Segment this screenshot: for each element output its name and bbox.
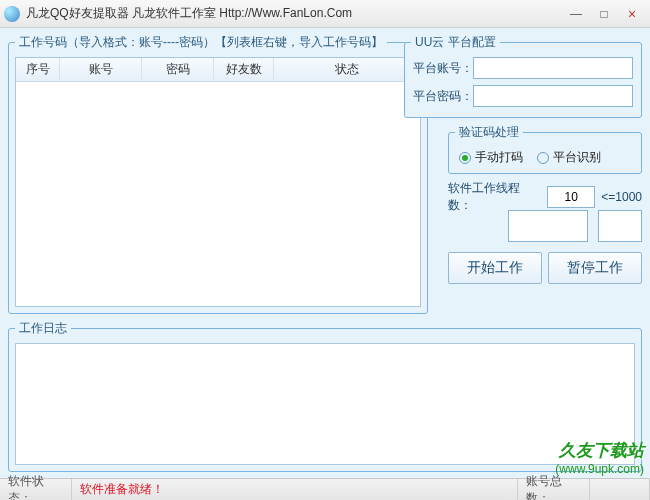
radio-dot-icon bbox=[537, 152, 549, 164]
status-value: 软件准备就绪！ bbox=[72, 479, 518, 500]
captcha-group: 验证码处理 手动打码 平台识别 bbox=[448, 124, 642, 174]
platform-account-label: 平台账号： bbox=[413, 60, 473, 77]
log-textarea[interactable] bbox=[15, 343, 635, 465]
radio-dot-icon bbox=[459, 152, 471, 164]
captcha-image-box bbox=[508, 210, 588, 242]
client-area: 工作号码（导入格式：账号----密码）【列表框右键，导入工作号码】 序号 账号 … bbox=[0, 28, 650, 478]
thread-row: 软件工作线程数： <=1000 bbox=[448, 180, 642, 214]
platform-password-label: 平台密码： bbox=[413, 88, 473, 105]
thread-label: 软件工作线程数： bbox=[448, 180, 541, 214]
total-value bbox=[590, 479, 650, 500]
window-buttons: — □ × bbox=[562, 4, 646, 24]
log-group: 工作日志 bbox=[8, 320, 642, 472]
log-group-title: 工作日志 bbox=[15, 320, 71, 337]
total-label: 账号总数： bbox=[518, 479, 590, 500]
platform-password-input[interactable] bbox=[473, 85, 633, 107]
radio-manual-label: 手动打码 bbox=[475, 149, 523, 166]
accounts-table[interactable]: 序号 账号 密码 好友数 状态 bbox=[15, 57, 421, 307]
minimize-button[interactable]: — bbox=[562, 4, 590, 24]
close-button[interactable]: × bbox=[618, 4, 646, 24]
col-password: 密码 bbox=[142, 58, 214, 81]
radio-manual[interactable]: 手动打码 bbox=[459, 149, 523, 166]
window-title: 凡龙QQ好友提取器 凡龙软件工作室 Http://Www.FanLon.Com bbox=[26, 5, 562, 22]
col-index: 序号 bbox=[16, 58, 60, 81]
maximize-button[interactable]: □ bbox=[590, 4, 618, 24]
thread-input[interactable] bbox=[547, 186, 595, 208]
title-bar: 凡龙QQ好友提取器 凡龙软件工作室 Http://Www.FanLon.Com … bbox=[0, 0, 650, 28]
action-buttons: 开始工作 暂停工作 bbox=[448, 252, 642, 284]
table-header: 序号 账号 密码 好友数 状态 bbox=[16, 58, 420, 82]
table-body[interactable] bbox=[16, 82, 420, 306]
captcha-group-title: 验证码处理 bbox=[455, 124, 523, 141]
platform-group: UU云 平台配置 平台账号： 平台密码： bbox=[404, 34, 642, 118]
radio-auto[interactable]: 平台识别 bbox=[537, 149, 601, 166]
app-icon bbox=[4, 6, 20, 22]
status-label: 软件状态： bbox=[0, 479, 72, 500]
col-account: 账号 bbox=[60, 58, 142, 81]
thread-hint: <=1000 bbox=[601, 190, 642, 204]
preview-row bbox=[448, 210, 642, 242]
status-bar: 软件状态： 软件准备就绪！ 账号总数： bbox=[0, 478, 650, 500]
col-status: 状态 bbox=[274, 58, 420, 81]
platform-account-input[interactable] bbox=[473, 57, 633, 79]
start-button[interactable]: 开始工作 bbox=[448, 252, 542, 284]
accounts-group-title: 工作号码（导入格式：账号----密码）【列表框右键，导入工作号码】 bbox=[15, 34, 387, 51]
captcha-input-box[interactable] bbox=[598, 210, 642, 242]
pause-button[interactable]: 暂停工作 bbox=[548, 252, 642, 284]
accounts-group: 工作号码（导入格式：账号----密码）【列表框右键，导入工作号码】 序号 账号 … bbox=[8, 34, 428, 314]
radio-auto-label: 平台识别 bbox=[553, 149, 601, 166]
platform-group-title: UU云 平台配置 bbox=[411, 34, 500, 51]
col-friends: 好友数 bbox=[214, 58, 274, 81]
